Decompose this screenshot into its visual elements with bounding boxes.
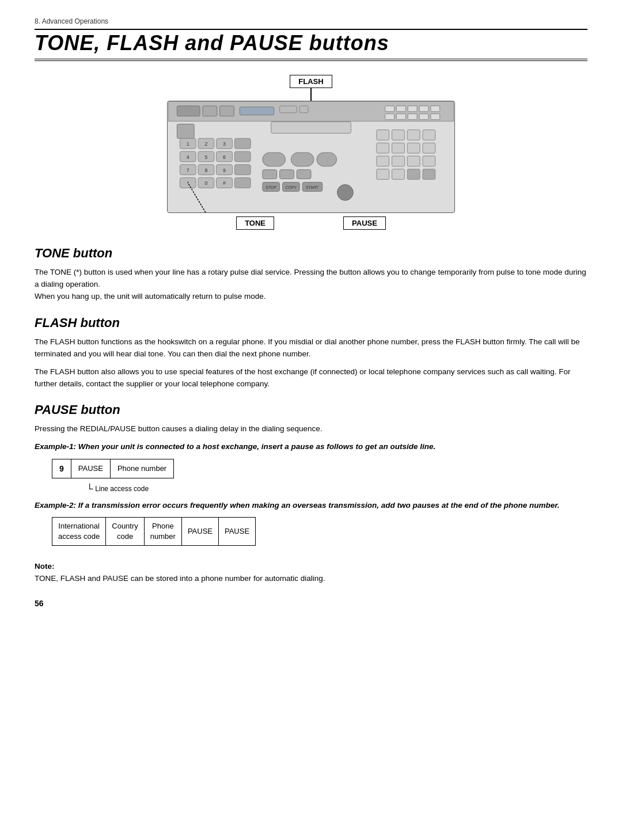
pause-heading: PAUSE button [35,402,587,417]
example1-cell-pause: PAUSE [71,459,111,478]
svg-rect-17 [419,114,428,120]
flash-paragraph2: The FLASH button also allows you to use … [35,366,587,390]
pause-section: PAUSE button Pressing the REDIAL/PAUSE b… [35,402,587,549]
svg-rect-13 [431,106,440,112]
svg-rect-71 [423,156,435,166]
flash-section: FLASH button The FLASH button functions … [35,316,587,390]
svg-point-59 [337,185,354,201]
svg-rect-6 [299,106,308,113]
svg-rect-12 [419,106,428,112]
svg-rect-67 [423,143,435,153]
example2-cell-pause2: PAUSE [219,518,255,545]
svg-text:*: * [187,180,189,186]
svg-text:9: 9 [223,168,226,173]
example1-label: Example-1: When your unit is connected t… [35,441,587,453]
svg-rect-14 [385,114,395,120]
svg-rect-62 [407,130,420,140]
svg-rect-70 [407,156,420,166]
svg-rect-68 [377,156,389,166]
flash-paragraph1: The FLASH button functions as the hooksw… [35,336,587,360]
svg-rect-61 [392,130,405,140]
tone-paragraph: The TONE (*) button is used when your li… [35,267,587,303]
example2-cell-phone: Phone number [145,518,182,545]
bottom-labels: TONE PAUSE [236,216,386,230]
svg-rect-65 [392,143,405,153]
svg-rect-63 [423,130,435,140]
example2-label: Example-2: If a transmission error occur… [35,500,587,511]
svg-rect-16 [408,114,417,120]
example1-cell-9: 9 [52,459,71,478]
svg-rect-74 [407,169,420,180]
svg-rect-73 [392,169,405,180]
svg-rect-39 [234,165,251,175]
svg-rect-8 [177,124,194,139]
page-title: TONE, FLASH and PAUSE buttons [35,31,587,61]
tone-heading: TONE button [35,246,587,261]
svg-rect-52 [297,170,311,179]
svg-rect-4 [240,107,274,115]
svg-rect-72 [377,169,389,180]
example1-cell-phone: Phone number [111,459,173,478]
svg-text:1: 1 [187,141,189,147]
note-text: TONE, FLASH and PAUSE can be stored into… [35,573,587,584]
svg-rect-10 [396,106,405,112]
svg-rect-64 [377,143,389,153]
svg-text:6: 6 [223,154,226,160]
svg-text:START: START [306,185,319,189]
svg-text:#: # [223,180,226,186]
section-label: 8. Advanced Operations [35,17,587,25]
pause-label-box: PAUSE [343,216,386,230]
svg-rect-18 [431,114,440,120]
svg-rect-5 [280,106,297,113]
example2-cell-pause1: PAUSE [182,518,219,545]
example2-cell-country: Country code [106,518,145,545]
svg-text:7: 7 [187,168,189,173]
svg-rect-47 [263,153,286,166]
svg-text:8: 8 [204,168,207,173]
flash-heading: FLASH button [35,316,587,330]
svg-rect-75 [423,169,435,180]
svg-rect-11 [408,106,417,112]
tone-section: TONE button The TONE (*) button is used … [35,246,587,303]
svg-text:4: 4 [187,154,189,160]
example1-sub-label: └ Line access code [86,484,587,494]
svg-rect-51 [280,170,294,179]
diagram-area: FLASH [35,75,587,230]
fax-machine-diagram: 1 2 3 4 5 6 7 8 9 * 0 [167,101,455,213]
svg-text:0: 0 [204,180,207,186]
pause-paragraph: Pressing the REDIAL/PAUSE button causes … [35,423,587,435]
example2-diagram: International access code Country code P… [52,517,256,546]
svg-rect-15 [396,114,405,120]
note-label: Note: [35,562,587,571]
svg-rect-46 [234,178,251,188]
svg-rect-60 [377,130,389,140]
svg-rect-69 [392,156,405,166]
example1-diagram: 9 PAUSE Phone number [52,459,174,478]
svg-rect-49 [317,153,337,166]
svg-rect-2 [203,106,217,116]
svg-rect-48 [291,153,314,166]
svg-rect-25 [234,138,251,149]
svg-text:2: 2 [204,141,207,147]
svg-text:STOP: STOP [266,185,276,189]
svg-text:3: 3 [223,141,226,147]
svg-rect-3 [220,106,234,116]
tone-label-box: TONE [236,216,274,230]
svg-rect-66 [407,143,420,153]
example2-cell-international: International access code [52,518,106,545]
flash-label-box: FLASH [290,75,332,88]
svg-rect-1 [177,106,200,116]
svg-text:5: 5 [204,154,207,160]
svg-rect-9 [385,106,395,112]
svg-rect-50 [263,170,277,179]
note-section: Note: TONE, FLASH and PAUSE can be store… [35,562,587,584]
svg-rect-32 [234,151,251,162]
page-number: 56 [35,599,587,608]
svg-rect-7 [271,122,351,134]
svg-text:COPY: COPY [286,185,297,189]
